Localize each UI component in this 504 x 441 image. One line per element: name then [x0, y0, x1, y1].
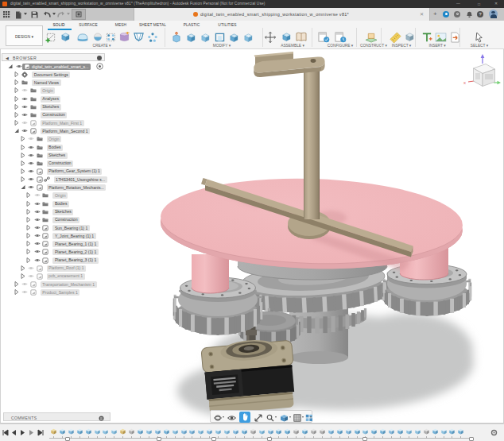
- svg-text:x: x: [463, 80, 466, 85]
